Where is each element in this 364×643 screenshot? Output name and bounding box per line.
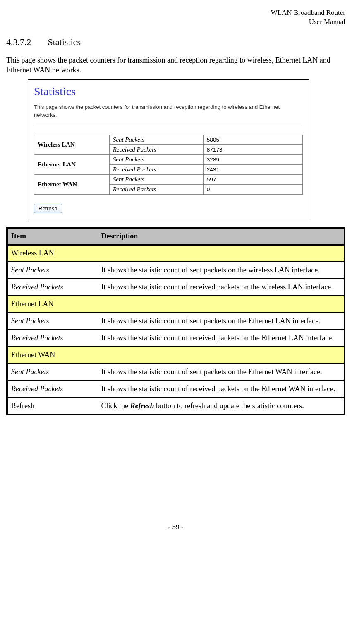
table-row: Received Packets It shows the statistic … (6, 278, 345, 295)
table-row: Received Packets It shows the statistic … (6, 380, 345, 397)
table-row: Ethernet WAN Sent Packets 597 (34, 174, 303, 184)
sent-label: Sent Packets (109, 154, 203, 164)
item-name: Received Packets (6, 329, 98, 346)
section-number: 4.3.7.2 (6, 37, 46, 48)
table-row: Wireless LAN Sent Packets 5805 (34, 135, 303, 144)
interface-name: Ethernet LAN (34, 154, 110, 174)
recv-value: 0 (203, 184, 302, 194)
item-desc: It shows the statistic count of sent pac… (98, 312, 345, 329)
section-heading: 4.3.7.2 Statistics (6, 37, 345, 48)
section-row: Wireless LAN (6, 244, 345, 261)
item-desc: It shows the statistic count of sent pac… (98, 261, 345, 278)
section-row: Ethernet LAN (6, 295, 345, 312)
recv-label: Received Packets (109, 184, 203, 194)
recv-value: 2431 (203, 164, 302, 174)
item-desc: Click the Refresh button to refresh and … (98, 397, 345, 415)
statistics-screenshot: Statistics This page shows the packet co… (28, 79, 309, 219)
header-item: Item (6, 227, 98, 244)
recv-value: 87173 (203, 144, 302, 154)
header-row: Item Description (6, 227, 345, 244)
desc-post: button to refresh and update the statist… (154, 402, 304, 410)
sent-value: 5805 (203, 135, 302, 144)
refresh-button[interactable]: Refresh (34, 204, 62, 213)
section-title: Statistics (48, 37, 81, 47)
screenshot-description: This page shows the packet counters for … (34, 103, 303, 119)
recv-label: Received Packets (109, 144, 203, 154)
desc-bold: Refresh (130, 402, 154, 410)
sent-label: Sent Packets (109, 135, 203, 144)
item-name: Received Packets (6, 278, 98, 295)
section-title: Ethernet LAN (6, 295, 345, 312)
section-row: Ethernet WAN (6, 346, 345, 363)
interface-name: Wireless LAN (34, 135, 110, 154)
header-description: Description (98, 227, 345, 244)
item-name: Received Packets (6, 380, 98, 397)
statistics-table: Wireless LAN Sent Packets 5805 Received … (34, 135, 303, 195)
item-desc: It shows the statistic count of received… (98, 329, 345, 346)
sent-value: 3289 (203, 154, 302, 164)
item-desc: It shows the statistic count of sent pac… (98, 363, 345, 380)
table-row: Sent Packets It shows the statistic coun… (6, 312, 345, 329)
header-line1: WLAN Broadband Router (6, 8, 345, 17)
item-desc: It shows the statistic count of received… (98, 278, 345, 295)
item-desc: It shows the statistic count of received… (98, 380, 345, 397)
item-name: Sent Packets (6, 363, 98, 380)
item-name: Sent Packets (6, 312, 98, 329)
sent-label: Sent Packets (109, 174, 203, 184)
intro-paragraph: This page shows the packet counters for … (6, 55, 345, 75)
screenshot-divider (34, 123, 303, 123)
item-name: Sent Packets (6, 261, 98, 278)
desc-pre: Click the (101, 402, 130, 410)
page-footer: - 59 - (6, 523, 345, 531)
page-header: WLAN Broadband Router User Manual (6, 8, 345, 26)
table-row: Refresh Click the Refresh button to refr… (6, 397, 345, 415)
section-title: Wireless LAN (6, 244, 345, 261)
table-row: Sent Packets It shows the statistic coun… (6, 261, 345, 278)
section-title: Ethernet WAN (6, 346, 345, 363)
screenshot-title: Statistics (34, 85, 303, 98)
item-name: Refresh (6, 397, 98, 415)
interface-name: Ethernet WAN (34, 174, 110, 194)
table-row: Ethernet LAN Sent Packets 3289 (34, 154, 303, 164)
table-row: Sent Packets It shows the statistic coun… (6, 363, 345, 380)
header-line2: User Manual (6, 17, 345, 26)
recv-label: Received Packets (109, 164, 203, 174)
table-row: Received Packets It shows the statistic … (6, 329, 345, 346)
sent-value: 597 (203, 174, 302, 184)
description-table: Item Description Wireless LAN Sent Packe… (6, 227, 345, 415)
